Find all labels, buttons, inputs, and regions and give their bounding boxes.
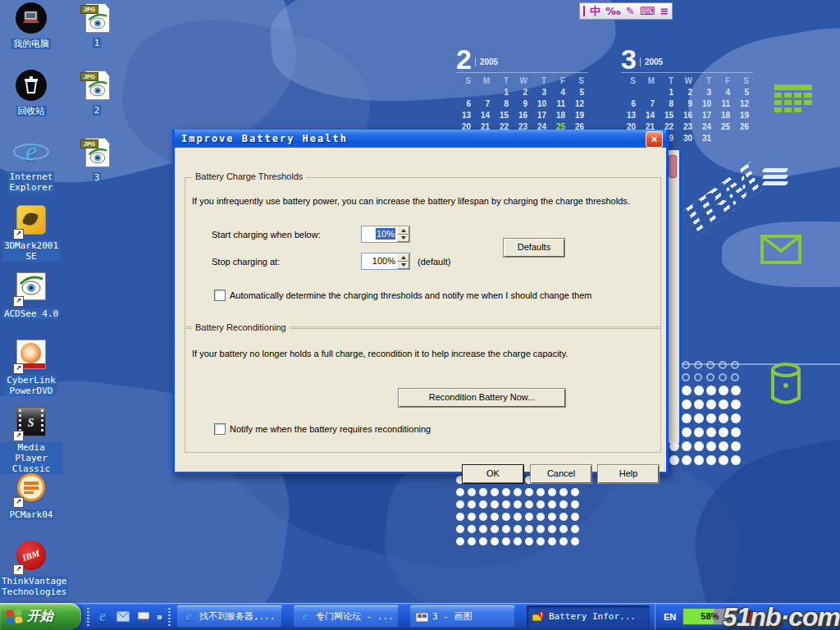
stop-charging-spinbox[interactable]: 100%	[361, 253, 410, 270]
desktop-icon-recycle-bin[interactable]: 回收站	[0, 69, 62, 117]
internet-explorer-icon[interactable]: e	[95, 609, 110, 624]
dot	[694, 455, 704, 465]
dot	[456, 488, 464, 496]
dot	[682, 386, 692, 395]
toolbar-grip[interactable]	[168, 608, 171, 626]
calendar-day: 1	[494, 89, 513, 97]
desktop-icon-jpg-3[interactable]: JPG3	[66, 136, 128, 184]
desktop-icon-acdsee[interactable]: ↗ACDSee 4.0	[0, 271, 62, 320]
taskbar-button-label: Battery Infor...	[549, 611, 636, 622]
notify-reconditioning-label[interactable]: Notify me when the battery requires reco…	[230, 424, 623, 434]
calendar-day-header: W	[678, 77, 696, 85]
desktop-icon-label: ThinkVantageTechnologies	[0, 576, 68, 597]
reconditioning-description: If your battery no longer holds a full c…	[192, 349, 651, 358]
show-desktop-icon[interactable]	[136, 609, 151, 624]
desktop-icon-mpc[interactable]: s↗Media PlayerClassic	[0, 405, 62, 475]
defaults-button[interactable]: Defaults	[503, 238, 565, 258]
calendar-day: 24	[696, 123, 715, 131]
scrollbar-thumb[interactable]	[669, 155, 677, 178]
ime-grip[interactable]	[583, 6, 585, 16]
desktop-icon-internet-explorer[interactable]: eInternetExplorer	[0, 136, 62, 194]
dialog-title: Improve Battery Health	[181, 133, 348, 144]
overflow-chevron[interactable]: »	[157, 611, 162, 623]
paint-taskbar-icon	[415, 610, 428, 623]
battery-information-window-edge[interactable]	[667, 150, 682, 443]
dot	[719, 441, 728, 451]
dot	[706, 427, 716, 437]
start-button[interactable]: 开始	[0, 603, 81, 630]
notify-reconditioning-checkbox[interactable]	[214, 423, 226, 435]
dot	[514, 537, 522, 546]
dot	[706, 386, 716, 395]
dot	[571, 537, 579, 546]
start-charging-value[interactable]: 10%	[362, 226, 397, 242]
desktop-icon-pcmark[interactable]: ↗PCMark04	[0, 472, 62, 521]
start-charging-spinbox[interactable]: 10%	[361, 226, 410, 243]
language-indicator[interactable]: EN	[664, 612, 676, 622]
desktop-icon-3dmark[interactable]: ↗3DMark2001SE	[0, 203, 62, 262]
dialog-titlebar[interactable]: Improve Battery Health ×	[175, 130, 666, 148]
calendar-day	[715, 135, 734, 143]
dot	[706, 441, 716, 451]
spin-up-button[interactable]	[397, 226, 409, 235]
calendar-day-header: S	[456, 77, 475, 85]
spin-down-button[interactable]	[397, 262, 409, 270]
dot	[548, 537, 556, 546]
dot	[682, 361, 690, 369]
dot	[479, 513, 487, 521]
spin-down-icon	[401, 263, 406, 267]
help-button[interactable]: Help	[597, 464, 660, 484]
dot	[694, 373, 702, 381]
fullwidth-icon[interactable]: ‰	[605, 4, 621, 18]
punctuation-pen-icon[interactable]: ✎	[626, 4, 635, 18]
ime-menu-icon[interactable]: ≡	[660, 4, 669, 18]
desktop-icon-powerdvd[interactable]: ↗CyberLinkPowerDVD	[0, 338, 62, 397]
dot	[468, 537, 476, 546]
calendar-day: 16	[678, 112, 696, 120]
auto-determine-label[interactable]: Automatically determine the charging thr…	[230, 290, 648, 300]
quick-launch: e »	[87, 603, 171, 630]
desktop-icon-my-computer[interactable]: 我的电脑	[0, 2, 62, 50]
start-label: 开始	[27, 608, 53, 625]
calendar-day: 2	[513, 89, 532, 97]
recycle-bin-icon	[15, 70, 48, 103]
calendar-grid-icon	[774, 84, 812, 114]
taskbar-button[interactable]: e专门网论坛 - ...	[294, 605, 399, 628]
dot	[571, 500, 579, 509]
dot	[719, 399, 728, 409]
dot	[491, 500, 499, 509]
calendar-day: 7	[475, 100, 494, 108]
recondition-battery-button[interactable]: Recondition Battery Now...	[398, 388, 566, 408]
dot	[502, 513, 510, 521]
dot	[536, 488, 545, 496]
taskbar-button[interactable]: e找不到服务器,...	[177, 605, 282, 628]
ime-language-bar[interactable]: 中‰✎⌨≡	[579, 2, 673, 20]
stop-charging-value[interactable]: 100%	[362, 253, 397, 269]
dot	[682, 399, 692, 409]
dot	[536, 500, 545, 509]
spin-up-button[interactable]	[397, 253, 409, 262]
taskbar-button[interactable]: Battery Infor...	[527, 605, 650, 628]
desktop-icon-jpg-1[interactable]: JPG1	[66, 2, 128, 49]
chinese-mode-icon[interactable]: 中	[590, 4, 600, 18]
dot	[706, 413, 716, 423]
outlook-express-icon[interactable]	[116, 609, 130, 624]
dot	[536, 537, 545, 546]
desktop-icon-label: CyberLinkPowerDVD	[5, 375, 57, 396]
desktop-icon-jpg-2[interactable]: JPG2	[66, 69, 128, 116]
dot	[694, 413, 704, 423]
cancel-button[interactable]: Cancel	[530, 464, 592, 484]
spin-down-button[interactable]	[397, 235, 409, 243]
dot	[548, 525, 556, 533]
close-button[interactable]: ×	[646, 131, 663, 148]
dot	[468, 488, 476, 496]
desktop-icon-thinkvantage[interactable]: IBM↗ThinkVantageTechnologies	[0, 540, 62, 598]
auto-determine-checkbox[interactable]	[214, 290, 226, 301]
taskbar-button[interactable]: 3 - 画图	[410, 605, 515, 628]
calendar-day: 19	[734, 112, 753, 120]
dot	[682, 413, 692, 423]
soft-keyboard-icon[interactable]: ⌨	[640, 4, 655, 18]
toolbar-grip[interactable]	[87, 608, 89, 626]
dot	[682, 373, 690, 381]
ok-button[interactable]: OK	[462, 464, 524, 484]
